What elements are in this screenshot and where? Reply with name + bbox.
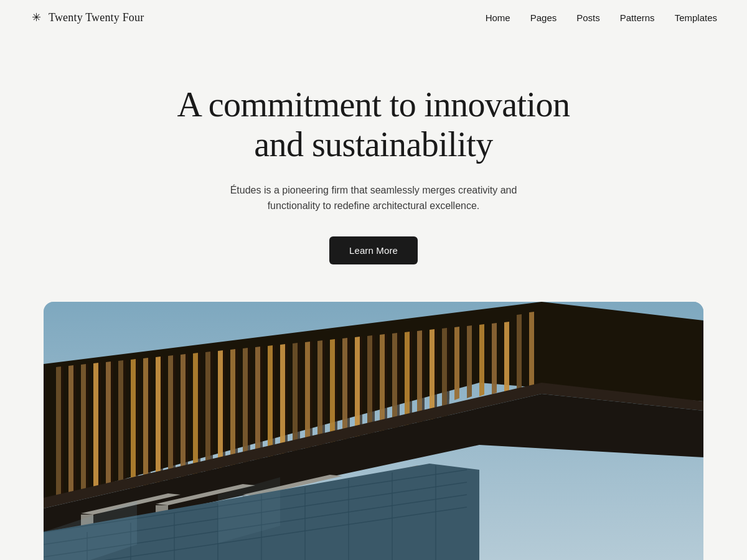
svg-marker-8 [68, 365, 73, 497]
svg-marker-18 [193, 353, 198, 481]
svg-marker-47 [73, 365, 76, 493]
svg-marker-54 [161, 356, 163, 483]
building-background [44, 302, 703, 560]
svg-marker-42 [492, 323, 497, 394]
learn-more-button[interactable]: Learn More [329, 236, 418, 264]
nav-home[interactable]: Home [486, 12, 510, 23]
svg-marker-53 [148, 357, 151, 485]
svg-marker-44 [517, 314, 522, 391]
svg-marker-57 [198, 352, 200, 478]
svg-marker-41 [479, 324, 484, 396]
logo-area: ✳ Twenty Twenty Four [30, 11, 144, 24]
logo-icon: ✳ [30, 11, 42, 24]
svg-marker-12 [118, 360, 123, 492]
svg-marker-55 [173, 355, 176, 482]
svg-marker-56 [186, 353, 188, 480]
nav-patterns[interactable]: Patterns [620, 12, 655, 23]
svg-marker-48 [86, 363, 88, 492]
svg-marker-52 [136, 358, 138, 487]
svg-marker-46 [61, 366, 63, 495]
svg-marker-51 [123, 360, 126, 488]
svg-marker-49 [98, 362, 101, 491]
svg-marker-39 [454, 327, 459, 400]
hero-image [44, 302, 703, 560]
svg-marker-15 [156, 357, 161, 487]
svg-marker-7 [56, 366, 61, 498]
hero-section: A commitment to innovation and sustainab… [0, 35, 747, 302]
svg-marker-50 [111, 361, 113, 490]
site-title: Twenty Twenty Four [49, 11, 144, 24]
svg-marker-58 [210, 351, 213, 476]
hero-heading: A commitment to innovation and sustainab… [177, 85, 570, 165]
svg-marker-13 [131, 359, 136, 490]
svg-marker-43 [504, 322, 509, 393]
svg-marker-11 [106, 362, 111, 493]
svg-marker-10 [93, 363, 98, 494]
site-header: ✳ Twenty Twenty Four Home Pages Posts Pa… [0, 0, 747, 35]
svg-marker-17 [181, 354, 186, 483]
svg-marker-40 [467, 325, 472, 398]
main-nav: Home Pages Posts Patterns Templates [486, 12, 717, 23]
building-svg [44, 302, 703, 560]
svg-marker-59 [223, 350, 225, 474]
svg-marker-9 [81, 364, 86, 495]
svg-marker-16 [168, 355, 173, 485]
svg-marker-14 [143, 358, 148, 488]
nav-templates[interactable]: Templates [675, 12, 717, 23]
nav-posts[interactable]: Posts [576, 12, 600, 23]
svg-marker-45 [529, 312, 534, 389]
nav-pages[interactable]: Pages [530, 12, 557, 23]
hero-description: Études is a pioneering firm that seamles… [218, 182, 529, 214]
